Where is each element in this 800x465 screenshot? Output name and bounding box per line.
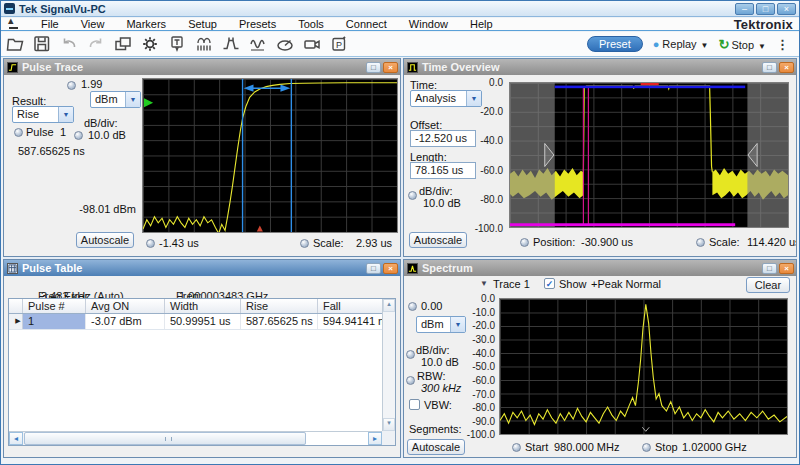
- undo-icon[interactable]: [59, 34, 79, 54]
- waveform-icon[interactable]: [248, 34, 268, 54]
- scroll-left-icon[interactable]: ◂: [9, 432, 23, 445]
- units-dropdown[interactable]: dBm▼: [90, 91, 141, 108]
- pulse-trace-close-icon[interactable]: ×: [383, 62, 398, 73]
- scrollbar-thumb[interactable]: [24, 432, 306, 445]
- menu-setup[interactable]: Setup: [177, 18, 228, 30]
- dbdiv-value[interactable]: 10.0 dB: [423, 197, 461, 209]
- spectrum-minimize-icon[interactable]: □: [762, 263, 777, 274]
- pulse-table-titlebar[interactable]: Pulse Table □ ×: [4, 260, 400, 276]
- col-pulse-number[interactable]: Pulse #: [23, 299, 86, 313]
- position-value[interactable]: -30.900 us: [581, 236, 633, 248]
- close-icon[interactable]: ×: [777, 3, 796, 15]
- analysis-time-bar[interactable]: [555, 86, 745, 89]
- rbw-knob[interactable]: [406, 376, 415, 385]
- settings-gear-icon[interactable]: [140, 34, 160, 54]
- start-freq-knob[interactable]: [512, 443, 521, 452]
- show-checkbox[interactable]: ✓: [544, 278, 555, 289]
- x-start-knob[interactable]: [146, 239, 155, 248]
- spectrogram-icon[interactable]: [194, 34, 214, 54]
- marker-tag-icon[interactable]: [167, 34, 187, 54]
- trace-selector[interactable]: Trace 1: [493, 278, 530, 290]
- scroll-down-icon[interactable]: ▾: [383, 418, 395, 431]
- cell-rise[interactable]: 587.65625 ns: [241, 314, 318, 329]
- trigger-marker-icon[interactable]: [144, 98, 153, 107]
- pulse-table-close-icon[interactable]: ×: [383, 263, 398, 274]
- replay-button[interactable]: ●Replay▼: [653, 38, 709, 50]
- save-icon[interactable]: [32, 34, 52, 54]
- scroll-up-icon[interactable]: ▴: [383, 299, 395, 312]
- maximize-icon[interactable]: □: [756, 3, 775, 15]
- menu-connect[interactable]: Connect: [335, 18, 398, 30]
- menu-tools[interactable]: Tools: [287, 18, 335, 30]
- stop-value[interactable]: 1.02000 GHz: [682, 441, 747, 453]
- dbdiv-knob[interactable]: [408, 191, 417, 200]
- autoscale-button[interactable]: Autoscale: [76, 232, 134, 248]
- horizontal-scrollbar[interactable]: ◂ ▸: [9, 431, 382, 445]
- x-start-value[interactable]: -1.43 us: [159, 237, 199, 249]
- cell-fall[interactable]: 594.94141 ns: [318, 314, 382, 329]
- spectrum-close-icon[interactable]: ×: [779, 263, 794, 274]
- x-scale-knob[interactable]: [300, 239, 309, 248]
- start-value[interactable]: 980.000 MHz: [554, 441, 619, 453]
- menu-help[interactable]: Help: [459, 18, 504, 30]
- menu-file[interactable]: File: [30, 18, 70, 30]
- result-dropdown[interactable]: Rise▼: [12, 106, 74, 123]
- autoscale-button[interactable]: Autoscale: [407, 439, 465, 455]
- menu-markers[interactable]: Markers: [115, 18, 177, 30]
- meter-icon[interactable]: [275, 34, 295, 54]
- camera-icon[interactable]: [302, 34, 322, 54]
- spectrum-time-bar[interactable]: [510, 223, 735, 226]
- preset-p-icon[interactable]: P: [329, 34, 349, 54]
- redo-icon[interactable]: [86, 34, 106, 54]
- menu-presets[interactable]: Presets: [228, 18, 287, 30]
- vertical-scrollbar[interactable]: ▴ ▾: [382, 299, 395, 431]
- scale-knob[interactable]: [696, 238, 705, 247]
- table-row[interactable]: ▶ 1 -3.07 dBm 50.99951 us 587.65625 ns 5…: [9, 314, 382, 330]
- cell-width[interactable]: 50.99951 us: [165, 314, 241, 329]
- clear-button[interactable]: Clear: [746, 277, 790, 293]
- time-overview-minimize-icon[interactable]: □: [762, 62, 777, 73]
- time-overview-titlebar[interactable]: Time Overview □ ×: [404, 59, 796, 75]
- x-scale-value[interactable]: 2.93 us: [356, 237, 392, 249]
- detector-label[interactable]: +Peak Normal: [591, 278, 661, 290]
- dbdiv-knob[interactable]: [74, 131, 83, 140]
- ref-level-value[interactable]: 0.00: [421, 300, 442, 312]
- ref-level-knob[interactable]: [67, 81, 76, 90]
- scroll-right-icon[interactable]: ▸: [368, 432, 382, 445]
- time-dropdown[interactable]: Analysis▼: [410, 90, 482, 107]
- pulse-number[interactable]: 1: [60, 126, 66, 138]
- menu-view[interactable]: View: [70, 18, 116, 30]
- position-knob[interactable]: [520, 238, 529, 247]
- scale-value[interactable]: 114.420 us: [747, 236, 797, 248]
- ref-level-knob[interactable]: [408, 302, 417, 311]
- cell-avg-on[interactable]: -3.07 dBm: [86, 314, 165, 329]
- trace-expander-icon[interactable]: ▼: [480, 279, 488, 288]
- dbdiv-knob[interactable]: [406, 350, 415, 359]
- pulse-measure-icon[interactable]: [221, 34, 241, 54]
- menu-window[interactable]: Window: [398, 18, 459, 30]
- col-avg-on[interactable]: Avg ON: [86, 299, 165, 313]
- dbdiv-value[interactable]: 10.0 dB: [421, 356, 459, 368]
- vbw-checkbox[interactable]: [409, 399, 420, 410]
- autoscale-button[interactable]: Autoscale: [409, 232, 467, 248]
- pulse-trace-minimize-icon[interactable]: □: [366, 62, 381, 73]
- ref-level-value[interactable]: 1.99: [81, 78, 102, 90]
- cell-pulse-number[interactable]: 1: [23, 314, 86, 329]
- eject-icon[interactable]: [7, 19, 20, 29]
- row-selector-icon[interactable]: ▶: [9, 314, 23, 329]
- stop-freq-knob[interactable]: [642, 443, 651, 452]
- stop-button[interactable]: ↻Stop▼: [719, 37, 766, 52]
- time-overview-close-icon[interactable]: ×: [779, 62, 794, 73]
- minimize-icon[interactable]: –: [735, 3, 754, 15]
- preset-button[interactable]: Preset: [587, 36, 643, 52]
- col-fall[interactable]: Fall: [318, 299, 382, 313]
- pulse-trace-titlebar[interactable]: Pulse Trace □ ×: [4, 59, 400, 75]
- col-width[interactable]: Width: [165, 299, 241, 313]
- pulse-table-minimize-icon[interactable]: □: [366, 263, 381, 274]
- col-rise[interactable]: Rise: [241, 299, 318, 313]
- overflow-menu-icon[interactable]: ⋮: [776, 37, 789, 52]
- spectrum-titlebar[interactable]: Spectrum □ ×: [404, 260, 796, 276]
- displays-icon[interactable]: [113, 34, 133, 54]
- dbdiv-value[interactable]: 10.0 dB: [88, 129, 126, 141]
- open-file-icon[interactable]: [5, 34, 25, 54]
